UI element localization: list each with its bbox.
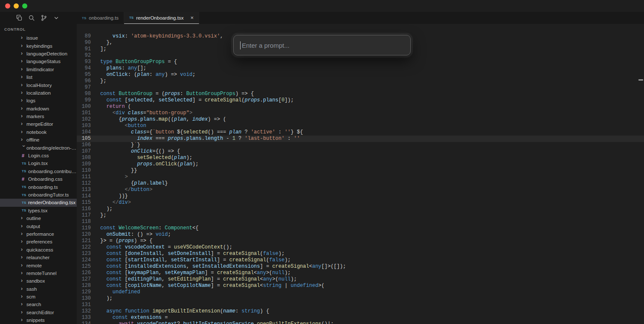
tree-folder-list[interactable]: ›list	[0, 73, 77, 81]
code-line-122[interactable]: 122 const vscodeContext = useVSCodeConte…	[77, 244, 644, 251]
zoom-window-button[interactable]	[22, 3, 27, 9]
tree-file-onboarding-contribu-[interactable]: TSonboarding.contribu…	[0, 168, 77, 175]
tree-folder-sandbox[interactable]: ›sandbox	[0, 277, 77, 285]
code-line-114[interactable]: 114 ))}	[77, 193, 644, 200]
tree-folder-mergeeditor[interactable]: ›mergeEditor	[0, 120, 77, 128]
code-text: class={`button ${selected() === plan ? '…	[100, 129, 303, 136]
code-line-111[interactable]: 111 >	[77, 174, 644, 180]
code-line-115[interactable]: 115 </div>	[77, 200, 644, 206]
code-line-127[interactable]: 127 const [editingPlan, setEditingPlan] …	[77, 276, 644, 283]
tree-file-login-tsx[interactable]: TSLogin.tsx	[0, 159, 77, 167]
prompt-placeholder: Enter a prompt...	[242, 42, 290, 49]
code-line-108[interactable]: 108 setSelected(plan);	[77, 155, 644, 161]
code-line-98[interactable]: 98const ButtonGroup = (props: ButtonGrou…	[77, 91, 644, 97]
code-line-97[interactable]: 97	[77, 84, 644, 91]
tree-folder-scm[interactable]: ›scm	[0, 293, 77, 301]
source-control-icon[interactable]	[40, 14, 48, 22]
code-line-95[interactable]: 95 onClick: (plan: any) => void;	[77, 72, 644, 78]
tree-folder-languagedetection[interactable]: ›languageDetection	[0, 50, 77, 58]
tree-folder-notebook[interactable]: ›notebook	[0, 128, 77, 136]
code-line-104[interactable]: 104 class={`button ${selected() === plan…	[77, 129, 644, 136]
tree-folder-remote[interactable]: ›remote	[0, 261, 77, 269]
prompt-input[interactable]: Enter a prompt...	[233, 35, 411, 55]
code-line-120[interactable]: 120 onSubmit: () => void;	[77, 231, 644, 238]
tree-folder-search[interactable]: ›search	[0, 301, 77, 308]
tree-folder-offline[interactable]: ›offline	[0, 136, 77, 144]
tree-folder-languagestatus[interactable]: ›languageStatus	[0, 58, 77, 65]
code-line-109[interactable]: 109 props.onClick(plan);	[77, 161, 644, 168]
chevron-right-icon: ›	[21, 113, 26, 119]
minimize-window-button[interactable]	[14, 3, 19, 9]
tree-folder-quickaccess[interactable]: ›quickaccess	[0, 246, 77, 254]
line-number: 119	[77, 225, 91, 231]
code-line-113[interactable]: 113 </button>	[77, 187, 644, 193]
tree-file-onboarding-css[interactable]: #Onboarding.css	[0, 175, 77, 183]
tree-folder-remotetunnel[interactable]: ›remoteTunnel	[0, 269, 77, 277]
tree-file-onboarding-ts[interactable]: TSonboarding.ts	[0, 183, 77, 191]
tree-folder-issue[interactable]: ›issue	[0, 34, 77, 42]
code-line-128[interactable]: 128 const [copilotName, setCopilotName] …	[77, 283, 644, 289]
code-line-132[interactable]: 132 async function importBuiltInExtensio…	[77, 308, 644, 315]
code-line-131[interactable]: 131	[77, 302, 644, 308]
code-line-117[interactable]: 117};	[77, 212, 644, 219]
code-line-124[interactable]: 124 const [startInstall, setStartInstall…	[77, 257, 644, 263]
code-line-123[interactable]: 123 const [doneInstall, setDoneInstall] …	[77, 251, 644, 257]
tree-folder-sash[interactable]: ›sash	[0, 285, 77, 293]
code-line-130[interactable]: 130 );	[77, 295, 644, 302]
search-icon[interactable]	[28, 14, 35, 22]
code-line-121[interactable]: 121}> = (props) => {	[77, 238, 644, 244]
chevron-down-icon[interactable]	[52, 14, 60, 22]
tree-folder-output[interactable]: ›output	[0, 222, 77, 230]
tree-folder-outline[interactable]: ›outline	[0, 214, 77, 222]
code-line-118[interactable]: 118	[77, 219, 644, 225]
code-line-126[interactable]: 126 const [keymapPlan, setKeymapPlan] = …	[77, 270, 644, 276]
tab-onboarding-ts[interactable]: TS onboarding.ts	[77, 12, 124, 24]
code-line-119[interactable]: 119const WelcomeScreen: Component<{	[77, 225, 644, 231]
code-line-105[interactable]: 105 index === props.plans.length - 1 ? '…	[77, 136, 644, 142]
code-line-93[interactable]: 93type ButtonGroupProps = {	[77, 59, 644, 65]
code-line-101[interactable]: 101 <div class="button-group">	[77, 110, 644, 116]
code-line-129[interactable]: 129 undefined	[77, 289, 644, 295]
tree-file-renderonboarding-tsx[interactable]: TSrenderOnboarding.tsx	[0, 199, 77, 206]
code-line-106[interactable]: 106 }`}	[77, 142, 644, 148]
tree-folder-snippets[interactable]: ›snippets	[0, 316, 77, 324]
tree-file-onboardingtutor-ts[interactable]: TSonboardingTutor.ts	[0, 191, 77, 199]
code-line-125[interactable]: 125 const [installedExtensions, setInsta…	[77, 263, 644, 270]
sidebar-section-label: CONTROL	[0, 24, 77, 34]
line-number: 122	[77, 244, 91, 251]
tree-item-label: searchEditor	[26, 310, 54, 315]
tab-renderonboarding-tsx[interactable]: TS renderOnboarding.tsx ×	[124, 12, 199, 24]
close-tab-icon[interactable]: ×	[190, 15, 194, 20]
code-text: }}	[100, 168, 137, 174]
code-line-110[interactable]: 110 }}	[77, 168, 644, 174]
code-line-112[interactable]: 112 {plan.label}	[77, 180, 644, 187]
tree-folder-searcheditor[interactable]: ›searchEditor	[0, 309, 77, 316]
tree-folder-logs[interactable]: ›logs	[0, 97, 77, 104]
code-line-107[interactable]: 107 onClick={() => {	[77, 148, 644, 155]
code-line-99[interactable]: 99 const [selected, setSelected] = creat…	[77, 97, 644, 104]
tree-folder-limitindicator[interactable]: ›limitIndicator	[0, 66, 77, 73]
tree-folder-onboarding-electron-[interactable]: ›onboarding/electron-…	[0, 144, 77, 151]
copy-icon[interactable]	[15, 14, 23, 22]
tree-folder-relauncher[interactable]: ›relauncher	[0, 254, 77, 261]
code-line-133[interactable]: 133 const extensions =	[77, 315, 644, 321]
tree-folder-markers[interactable]: ›markers	[0, 113, 77, 120]
code-line-96[interactable]: 96};	[77, 78, 644, 84]
tree-file-login-css[interactable]: #Login.css	[0, 152, 77, 159]
tree-folder-keybindings[interactable]: ›keybindings	[0, 42, 77, 49]
code-line-134[interactable]: 134 await vscodeContext?.builtInExtensio…	[77, 321, 644, 324]
code-line-102[interactable]: 102 {props.plans.map((plan, index) => (	[77, 116, 644, 123]
tree-folder-localization[interactable]: ›localization	[0, 89, 77, 97]
code-line-116[interactable]: 116 );	[77, 206, 644, 212]
code-line-103[interactable]: 103 <button	[77, 123, 644, 129]
code-line-100[interactable]: 100 return (	[77, 104, 644, 110]
close-window-button[interactable]	[5, 3, 10, 9]
tree-folder-markdown[interactable]: ›markdown	[0, 105, 77, 113]
tree-folder-preferences[interactable]: ›preferences	[0, 238, 77, 246]
tree-file-types-tsx[interactable]: TStypes.tsx	[0, 207, 77, 214]
line-number: 133	[77, 315, 91, 321]
code-line-94[interactable]: 94 plans: any[];	[77, 65, 644, 72]
tree-folder-performance[interactable]: ›performance	[0, 230, 77, 238]
tree-folder-localhistory[interactable]: ›localHistory	[0, 81, 77, 89]
code-editor[interactable]: 89 vsix: 'atom-keybindings-3.3.0.vsix',9…	[77, 24, 644, 324]
